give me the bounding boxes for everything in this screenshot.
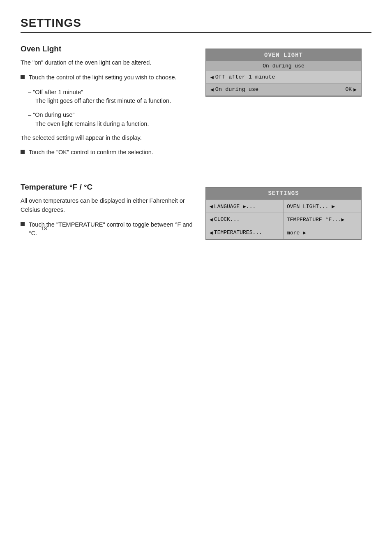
settings-cell-language[interactable]: ◀ LANGUAGE ▶...	[206, 200, 284, 213]
page-number: 18	[41, 225, 47, 232]
settings-cell-more[interactable]: more ▶	[284, 226, 361, 239]
bullet-square-1	[21, 75, 25, 79]
page-title: SETTINGS	[21, 16, 371, 30]
oven-light-bullets: Touch the control of the light setting y…	[21, 73, 193, 82]
oven-light-display-area: OVEN LIGHT On during use ◀ Off after 1 m…	[205, 44, 362, 163]
dash-title-2: – "On during use"	[28, 111, 74, 118]
dash-item-2: – "On during use" The oven light remains…	[28, 111, 193, 129]
temp-bullet-square-1	[21, 222, 25, 226]
cell-text-temperature: TEMPERATURE °F...▶	[287, 216, 357, 223]
oven-light-title: Oven Light	[21, 44, 193, 53]
dash-body-1: The light goes off after the first minut…	[35, 97, 171, 104]
oven-light-middle-text: The selected setting will appear in the …	[21, 134, 193, 143]
temp-bullet-text-1: Touch the "TEMPERATURE" control to toggl…	[29, 220, 193, 239]
cell-arrow-temps: ◀	[210, 229, 213, 236]
bullet-text-1: Touch the control of the light setting y…	[29, 73, 177, 82]
settings-display-header: SETTINGS	[206, 188, 361, 199]
cell-text-ovenlight: OVEN LIGHT... ▶	[287, 203, 357, 210]
temperature-text: Temperature °F / °C All oven temperature…	[21, 183, 193, 244]
dash-item-1: – "Off after 1 minute" The light goes of…	[28, 88, 193, 106]
off-after-text: Off after 1 minute	[215, 74, 357, 80]
settings-display-panel: SETTINGS ◀ LANGUAGE ▶... OVEN LIGHT... ▶…	[205, 187, 362, 240]
on-during-text: On during use	[215, 86, 346, 93]
oven-light-section: Oven Light The "on" duration of the oven…	[21, 44, 371, 163]
cell-text-temperatures: TEMPERATURES...	[214, 229, 280, 236]
temperature-display-area: SETTINGS ◀ LANGUAGE ▶... OVEN LIGHT... ▶…	[205, 183, 362, 244]
temperature-section: Temperature °F / °C All oven temperature…	[21, 183, 371, 244]
oven-light-bullets-2: Touch the "OK" control to confirm the se…	[21, 148, 193, 157]
cell-text-clock: CLOCK...	[214, 216, 280, 222]
oven-light-text: Oven Light The "on" duration of the oven…	[21, 44, 193, 163]
settings-cell-ovenlight[interactable]: OVEN LIGHT... ▶	[284, 200, 361, 213]
arrow-left-1: ◀	[210, 74, 214, 81]
oven-light-desc: The "on" duration of the oven light can …	[21, 58, 193, 67]
bullet-item-1: Touch the control of the light setting y…	[21, 73, 193, 82]
settings-cell-temperature[interactable]: TEMPERATURE °F...▶	[284, 213, 361, 226]
temperature-title: Temperature °F / °C	[21, 183, 193, 192]
dash-body-2: The oven light remains lit during a func…	[35, 120, 149, 127]
display-header: OVEN LIGHT	[206, 49, 361, 61]
bullet-square-2	[21, 150, 25, 154]
arrow-right-ok: ▶	[353, 86, 357, 93]
cell-arrow-clock: ◀	[210, 216, 213, 223]
arrow-left-2: ◀	[210, 86, 214, 93]
settings-grid: ◀ LANGUAGE ▶... OVEN LIGHT... ▶ ◀ CLOCK.…	[206, 199, 361, 239]
temperature-desc: All oven temperatures can be displayed i…	[21, 197, 193, 215]
oven-light-display-panel: OVEN LIGHT On during use ◀ Off after 1 m…	[205, 49, 362, 97]
bullet-item-2: Touch the "OK" control to confirm the se…	[21, 148, 193, 157]
bullet-text-2: Touch the "OK" control to confirm the se…	[29, 148, 153, 157]
dash-title-1: – "Off after 1 minute"	[28, 89, 83, 95]
ok-label[interactable]: OK	[346, 86, 352, 93]
settings-cell-clock[interactable]: ◀ CLOCK...	[206, 213, 284, 226]
cell-text-language: LANGUAGE ▶...	[214, 203, 280, 210]
title-divider	[21, 32, 371, 33]
cell-text-more: more ▶	[287, 229, 357, 236]
display-subheader: On during use	[206, 61, 361, 71]
display-row-on[interactable]: ◀ On during use OK ▶	[206, 83, 361, 96]
settings-cell-temperatures[interactable]: ◀ TEMPERATURES...	[206, 226, 284, 239]
display-row-off[interactable]: ◀ Off after 1 minute	[206, 71, 361, 83]
cell-arrow-lang: ◀	[210, 203, 213, 210]
